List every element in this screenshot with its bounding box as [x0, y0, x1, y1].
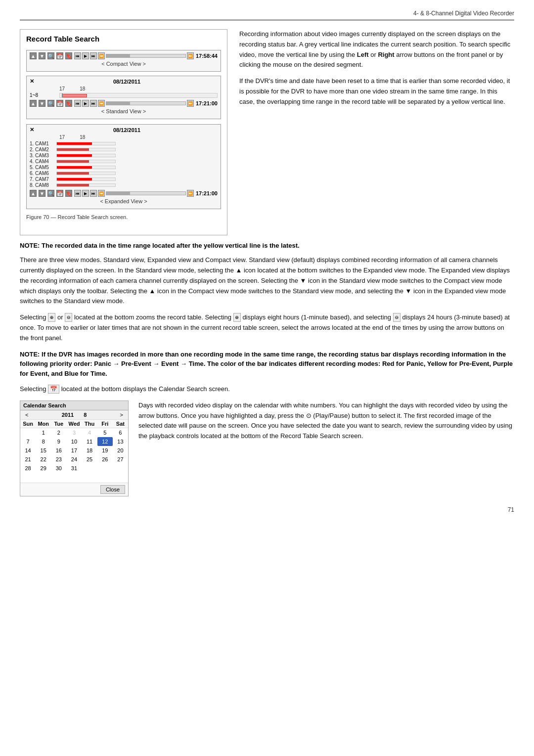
- calendar-cell[interactable]: 5: [97, 428, 113, 437]
- calendar-cell[interactable]: 17: [66, 446, 82, 455]
- playback-slider-3[interactable]: [106, 191, 186, 195]
- calendar-cell[interactable]: 25: [82, 455, 97, 464]
- calendar-nav: < 2011 8 >: [20, 410, 128, 420]
- camera-row-6: 6. CAM6: [30, 171, 218, 176]
- header-mon: Mon: [36, 420, 51, 428]
- calendar-cell[interactable]: 19: [97, 446, 113, 455]
- calendar-cell[interactable]: 3: [66, 428, 82, 437]
- page-header: 4- & 8-Channel Digital Video Recorder: [20, 10, 514, 20]
- calendar-section: Calendar Search < 2011 8 > Sun Mon Tue W…: [20, 400, 514, 496]
- header-fri: Fri: [97, 420, 113, 428]
- next-btn-2[interactable]: ⏭: [90, 100, 97, 107]
- calendar-cell[interactable]: 24: [66, 455, 82, 464]
- col18-label-exp: 18: [80, 134, 85, 140]
- up-arrow-icon-2[interactable]: ▲: [30, 100, 37, 107]
- next-month-btn[interactable]: >: [118, 412, 125, 418]
- calendar-cell[interactable]: 9: [51, 437, 66, 446]
- next-btn[interactable]: ⏭: [90, 52, 97, 59]
- fast-fwd-btn-3[interactable]: ⏩: [187, 190, 194, 197]
- expanded-date: 08/12/2011: [113, 127, 140, 133]
- calendar-cell[interactable]: 22: [36, 455, 51, 464]
- up-arrow-icon[interactable]: ▲: [30, 52, 37, 59]
- playback-slider-2[interactable]: [106, 101, 186, 105]
- standard-date: 08/12/2011: [113, 79, 140, 85]
- calendar-cell[interactable]: 29: [36, 464, 51, 473]
- play-btn[interactable]: ▶: [82, 52, 89, 59]
- calendar-cell[interactable]: 10: [66, 437, 82, 446]
- calendar-icon[interactable]: 📅: [56, 52, 63, 59]
- calendar-cell[interactable]: 15: [36, 446, 51, 455]
- fast-rev-btn-2[interactable]: ⏪: [98, 100, 105, 107]
- section-title: Record Table Search: [26, 35, 221, 43]
- play-btn-3[interactable]: ▶: [82, 190, 89, 197]
- calendar-cell[interactable]: 18: [82, 446, 97, 455]
- prev-btn-2[interactable]: ⏮: [74, 100, 81, 107]
- calendar-cell[interactable]: 28: [20, 464, 36, 473]
- body-text-2: Selecting ⊕ or ⊖ located at the bottom z…: [20, 312, 514, 343]
- play-btn-2[interactable]: ▶: [82, 100, 89, 107]
- prev-btn[interactable]: ⏮: [74, 52, 81, 59]
- fast-rev-btn[interactable]: ⏪: [98, 52, 105, 59]
- calendar-cell[interactable]: 30: [51, 464, 66, 473]
- close-icon-3[interactable]: ✕: [30, 127, 34, 133]
- header-title: 4- & 8-Channel Digital Video Recorder: [413, 10, 514, 17]
- bookmark-icon-3[interactable]: 🔖: [65, 190, 72, 197]
- calendar-close-button[interactable]: Close: [100, 485, 125, 494]
- calendar-month: 8: [84, 412, 87, 418]
- camera-row-4: 4. CAM4: [30, 159, 218, 164]
- calendar-year: 2011: [62, 412, 74, 418]
- time-display-2: 17:21:00: [196, 100, 218, 106]
- cam-bar-2: [56, 148, 116, 151]
- down-arrow-icon-2[interactable]: ▼: [39, 100, 45, 107]
- fast-fwd-btn-2[interactable]: ⏩: [187, 100, 194, 107]
- prev-month-btn[interactable]: <: [23, 412, 30, 418]
- calendar-cell[interactable]: 16: [51, 446, 66, 455]
- cam-label-8: 8. CAM8: [30, 182, 54, 188]
- calendar-cell[interactable]: 26: [97, 455, 113, 464]
- calendar-cell-highlighted[interactable]: 12: [97, 437, 113, 446]
- down-arrow-icon-3[interactable]: ▼: [39, 190, 45, 197]
- calendar-cell[interactable]: 14: [20, 446, 36, 455]
- next-btn-3[interactable]: ⏭: [90, 190, 97, 197]
- calendar-cell[interactable]: 13: [113, 437, 128, 446]
- calendar-cell[interactable]: 31: [66, 464, 82, 473]
- calendar-close-row: Close: [20, 483, 128, 496]
- search-icon[interactable]: 🔍: [47, 52, 54, 59]
- header-sun: Sun: [20, 420, 36, 428]
- playback-slider[interactable]: [106, 54, 186, 58]
- calendar-icon-3[interactable]: 📅: [56, 190, 63, 197]
- up-arrow-icon-3[interactable]: ▲: [30, 190, 37, 197]
- right-text-1: Recording information about video images…: [239, 29, 514, 70]
- search-icon-2[interactable]: 🔍: [47, 100, 54, 107]
- camera-row-7: 7. CAM7: [30, 177, 218, 182]
- down-arrow-icon[interactable]: ▼: [39, 52, 45, 59]
- fast-fwd-btn[interactable]: ⏩: [187, 52, 194, 59]
- calendar-cell[interactable]: 21: [20, 455, 36, 464]
- bookmark-icon-2[interactable]: 🔖: [65, 100, 72, 107]
- calendar-cell[interactable]: [20, 428, 36, 437]
- fast-rev-btn-3[interactable]: ⏪: [98, 190, 105, 197]
- calendar-cell[interactable]: 4: [82, 428, 97, 437]
- calendar-cell[interactable]: 6: [113, 428, 128, 437]
- bookmark-icon[interactable]: 🔖: [65, 52, 72, 59]
- body-text-1: There are three view modes. Standard vie…: [20, 255, 514, 307]
- calendar-cell[interactable]: 1: [36, 428, 51, 437]
- calendar-icon-2[interactable]: 📅: [56, 100, 63, 107]
- note2-text: NOTE: If the DVR has images recorded in …: [20, 350, 514, 379]
- prev-btn-3[interactable]: ⏮: [74, 190, 81, 197]
- calendar-cell[interactable]: 20: [113, 446, 128, 455]
- note1-text: NOTE: The recorded data in the time rang…: [20, 241, 514, 250]
- calendar-cell[interactable]: 8: [36, 437, 51, 446]
- full-width-content: NOTE: The recorded data in the time rang…: [20, 241, 514, 513]
- calendar-cell[interactable]: 23: [51, 455, 66, 464]
- close-icon[interactable]: ✕: [30, 78, 34, 85]
- calendar-cell[interactable]: 7: [20, 437, 36, 446]
- calendar-cell: [113, 464, 128, 473]
- expanded-view-label: < Expanded View >: [30, 198, 218, 204]
- camera-rows: 1. CAM12. CAM23. CAM34. CAM45. CAM56. CA…: [30, 141, 218, 188]
- cam-label-1: 1. CAM1: [30, 141, 54, 146]
- search-icon-3[interactable]: 🔍: [47, 190, 54, 197]
- calendar-cell[interactable]: 11: [82, 437, 97, 446]
- calendar-cell[interactable]: 27: [113, 455, 128, 464]
- calendar-cell[interactable]: 2: [51, 428, 66, 437]
